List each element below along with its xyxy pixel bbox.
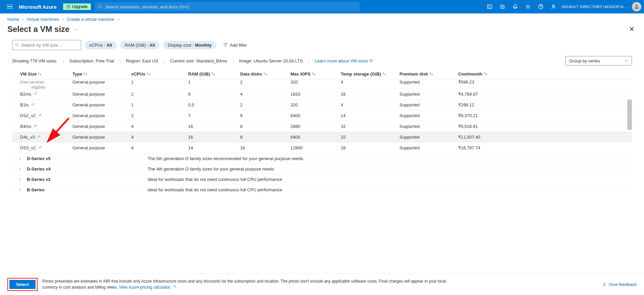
- table-row[interactable]: DS3_v2General purpose414161280028Support…: [12, 143, 632, 153]
- table-row[interactable]: D4s_v3General purpose4168640032Supported…: [12, 132, 632, 143]
- table-row[interactable]: (free serviceseligible)General purpose11…: [12, 80, 632, 89]
- table-header: VM Size Type vCPUs RAM (GiB) Data disks …: [12, 69, 632, 80]
- learn-more-link[interactable]: Learn more about VM sizes: [315, 58, 373, 63]
- vm-size-search[interactable]: [12, 40, 81, 50]
- info-subscription: Subscription: Free Trial: [69, 58, 114, 63]
- info-region: Region: East US: [126, 58, 158, 63]
- cloud-shell-icon[interactable]: [483, 0, 496, 13]
- directories-icon[interactable]: [496, 0, 509, 13]
- svg-point-2: [99, 5, 102, 8]
- group-by-dropdown[interactable]: Group by series: [566, 56, 632, 65]
- chevron-down-icon: [624, 59, 628, 63]
- trend-icon: [38, 113, 41, 117]
- chevron-right-icon: [18, 167, 21, 171]
- col-temp[interactable]: Temp storage (GiB): [341, 71, 399, 77]
- filter-vcpus[interactable]: vCPUs : All: [85, 41, 117, 49]
- trend-icon: [38, 146, 41, 149]
- trend-icon: [33, 92, 37, 96]
- chevron-right-icon: [18, 157, 21, 160]
- info-image: Image: Ubuntu Server 20.04 LTS: [239, 58, 303, 63]
- top-bar: Microsoft Azure Upgrade DEFAULT DIRECTOR…: [0, 0, 644, 13]
- filter-cost[interactable]: Display cost : Monthly: [163, 41, 216, 49]
- table-row[interactable]: B2msGeneral purpose284192016Supported₹4,…: [12, 89, 632, 100]
- svg-point-6: [552, 5, 554, 7]
- settings-icon[interactable]: [522, 0, 534, 13]
- trend-icon: [33, 124, 37, 128]
- global-search[interactable]: [95, 2, 360, 11]
- add-filter-button[interactable]: Add filter: [220, 41, 250, 49]
- page-title: Select a VM size: [7, 24, 69, 34]
- svg-point-4: [527, 6, 528, 7]
- table-body[interactable]: (free serviceseligible)General purpose11…: [12, 80, 632, 193]
- col-disks[interactable]: Data disks: [240, 71, 290, 77]
- col-type[interactable]: Type: [72, 71, 131, 77]
- upgrade-label: Upgrade: [72, 4, 88, 9]
- close-icon[interactable]: ✕: [627, 23, 637, 35]
- svg-point-8: [16, 43, 18, 46]
- trend-icon: [31, 103, 34, 106]
- col-vcpus[interactable]: vCPUs: [131, 71, 188, 77]
- scrollbar-thumb[interactable]: [627, 100, 632, 130]
- help-icon[interactable]: [534, 0, 547, 13]
- notifications-icon[interactable]: [509, 0, 522, 13]
- table-row[interactable]: B4msGeneral purpose4168288032Supported₹9…: [12, 121, 632, 132]
- vm-size-search-input[interactable]: [21, 43, 78, 48]
- svg-point-7: [636, 4, 638, 7]
- info-showing: Showing 778 VM sizes.: [12, 58, 57, 63]
- more-actions-icon[interactable]: ⋯: [74, 27, 79, 32]
- table-row[interactable]: DS2_v2General purpose278640014Supported₹…: [12, 110, 632, 121]
- col-ram[interactable]: RAM (GiB): [188, 71, 240, 77]
- breadcrumb: Home › Virtual machines › Create a virtu…: [0, 13, 644, 23]
- col-vmsize[interactable]: VM Size: [12, 71, 72, 77]
- breadcrumb-vms[interactable]: Virtual machines: [27, 17, 59, 22]
- col-iops[interactable]: Max IOPS: [290, 71, 341, 77]
- hamburger-icon[interactable]: [7, 3, 15, 11]
- filter-ram[interactable]: RAM (GiB) : All: [120, 41, 160, 49]
- tenant-label: DEFAULT DIRECTORY (ADIGOPUL...: [562, 5, 628, 9]
- col-premium[interactable]: Premium disk: [399, 71, 458, 77]
- global-search-input[interactable]: [105, 4, 356, 9]
- chevron-right-icon: [18, 178, 21, 181]
- svg-rect-3: [487, 5, 492, 9]
- info-current-size: Current size: Standard_B4ms: [170, 58, 227, 63]
- brand-label: Microsoft Azure: [19, 4, 57, 10]
- breadcrumb-home[interactable]: Home: [7, 17, 19, 22]
- col-cost[interactable]: Cost/month: [458, 71, 632, 77]
- chevron-right-icon: [18, 188, 21, 192]
- series-group-row[interactable]: B-SeriesIdeal for workloads that do not …: [12, 185, 632, 193]
- series-group-row[interactable]: D-Series v5The 5th generation D family s…: [12, 153, 632, 164]
- user-avatar[interactable]: [632, 2, 641, 11]
- trend-icon: [37, 135, 41, 139]
- table-row[interactable]: B1lsGeneral purpose10.523204Supported₹29…: [12, 100, 632, 110]
- feedback-icon[interactable]: [547, 0, 560, 13]
- upgrade-button[interactable]: Upgrade: [63, 3, 91, 10]
- breadcrumb-create[interactable]: Create a virtual machine: [67, 17, 114, 22]
- series-group-row[interactable]: D-Series v4The 4th generation D family s…: [12, 164, 632, 174]
- series-group-row[interactable]: B-Series v2Ideal for workloads that do n…: [12, 174, 632, 185]
